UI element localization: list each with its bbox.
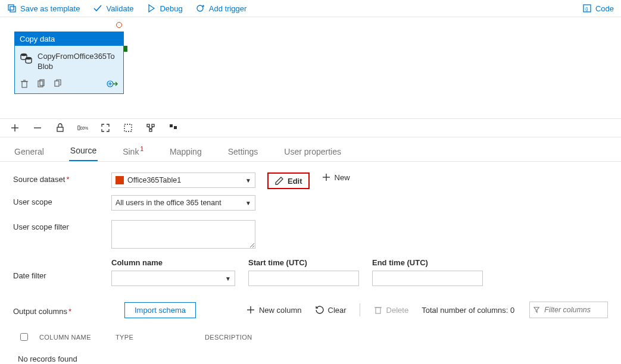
clear-label: Clear bbox=[328, 306, 347, 315]
canvas-toolbar: 00% bbox=[0, 118, 621, 137]
svg-rect-27 bbox=[147, 124, 149, 127]
fullscreen-icon[interactable] bbox=[123, 123, 133, 133]
end-time-sublabel: End time (UTC) bbox=[372, 258, 483, 267]
pipeline-canvas[interactable]: Copy data CopyFromOffice365ToBlob bbox=[0, 17, 621, 118]
chevron-down-icon: ▼ bbox=[245, 200, 251, 206]
output-columns-label: Output columns* bbox=[13, 305, 111, 316]
activity-name: CopyFromOffice365ToBlob bbox=[38, 52, 118, 72]
tab-sink[interactable]: Sink1 bbox=[121, 142, 145, 161]
svg-rect-0 bbox=[8, 5, 14, 10]
chevron-down-icon: ▼ bbox=[225, 275, 231, 282]
start-time-input[interactable] bbox=[248, 271, 359, 286]
delete-label: Delete bbox=[386, 306, 409, 315]
layout-icon[interactable] bbox=[168, 123, 179, 133]
filter-columns-input[interactable] bbox=[543, 305, 604, 315]
office365-icon bbox=[116, 176, 124, 184]
select-all-columns-checkbox[interactable] bbox=[20, 333, 28, 341]
source-dataset-label: Source dataset* bbox=[13, 172, 111, 184]
filter-icon bbox=[533, 306, 539, 313]
activity-output-connector[interactable] bbox=[124, 46, 127, 52]
tab-mapping[interactable]: Mapping bbox=[168, 143, 203, 161]
add-trigger-button[interactable]: Add trigger bbox=[196, 4, 247, 13]
clear-columns-button[interactable]: Clear bbox=[315, 305, 347, 315]
code-button[interactable]: {} Code bbox=[582, 4, 614, 13]
svg-marker-40 bbox=[534, 307, 539, 313]
save-template-icon bbox=[7, 4, 17, 13]
source-form: Source dataset* Office365Table1 ▼ Edit N… bbox=[0, 162, 621, 364]
svg-point-8 bbox=[21, 54, 27, 56]
copy-activity-icon[interactable] bbox=[53, 79, 63, 89]
source-dataset-dropdown[interactable]: Office365Table1 ▼ bbox=[111, 172, 255, 188]
svg-rect-32 bbox=[170, 124, 173, 127]
add-output-icon[interactable] bbox=[107, 79, 118, 89]
chevron-down-icon: ▼ bbox=[245, 177, 251, 184]
toolbar-divider bbox=[360, 303, 360, 316]
validate-label: Validate bbox=[106, 4, 133, 13]
pencil-icon bbox=[274, 176, 284, 186]
clone-activity-icon[interactable] bbox=[36, 79, 46, 89]
col-header-type: TYPE bbox=[116, 334, 205, 341]
code-label: Code bbox=[595, 4, 614, 13]
debug-button[interactable]: Debug bbox=[146, 4, 182, 13]
new-column-button[interactable]: New column bbox=[246, 305, 302, 315]
source-dataset-value: Office365Table1 bbox=[127, 176, 242, 184]
add-icon[interactable] bbox=[10, 123, 20, 133]
svg-rect-38 bbox=[376, 307, 380, 313]
new-label: New bbox=[335, 173, 350, 182]
tab-user-properties[interactable]: User properties bbox=[283, 143, 342, 161]
svg-rect-33 bbox=[174, 126, 177, 129]
check-icon bbox=[93, 4, 102, 13]
import-schema-button[interactable]: Import schema bbox=[124, 302, 196, 318]
svg-rect-29 bbox=[149, 129, 152, 131]
activity-card-copy-data[interactable]: Copy data CopyFromOffice365ToBlob bbox=[14, 32, 124, 94]
user-scope-value: All users in the office 365 tenant bbox=[116, 199, 242, 207]
sink-error-badge: 1 bbox=[140, 146, 143, 152]
validation-indicator-icon bbox=[116, 22, 122, 28]
plus-icon bbox=[322, 172, 331, 182]
svg-rect-23 bbox=[57, 127, 63, 131]
save-template-label: Save as template bbox=[20, 4, 80, 13]
svg-marker-2 bbox=[149, 5, 154, 12]
add-trigger-label: Add trigger bbox=[209, 4, 247, 13]
zoom-100-icon[interactable]: 00% bbox=[77, 123, 88, 133]
edit-dataset-button[interactable]: Edit bbox=[267, 172, 310, 189]
tab-settings[interactable]: Settings bbox=[227, 143, 260, 161]
validate-button[interactable]: Validate bbox=[93, 4, 133, 13]
new-dataset-button[interactable]: New bbox=[322, 172, 350, 182]
delete-activity-icon[interactable] bbox=[20, 79, 29, 89]
total-columns-text: Total number of columns: 0 bbox=[422, 306, 514, 315]
svg-text:{}: {} bbox=[585, 7, 588, 11]
svg-text:00%: 00% bbox=[80, 126, 88, 130]
svg-point-3 bbox=[197, 5, 203, 11]
auto-align-icon[interactable] bbox=[145, 123, 156, 133]
edit-label: Edit bbox=[288, 177, 302, 186]
filter-columns-input-wrap[interactable] bbox=[529, 302, 608, 318]
top-toolbar: Save as template Validate Debug Add trig… bbox=[0, 0, 621, 17]
activity-type-label: Copy data bbox=[15, 32, 123, 46]
tab-general[interactable]: General bbox=[13, 143, 45, 161]
user-scope-dropdown[interactable]: All users in the office 365 tenant ▼ bbox=[111, 195, 255, 211]
remove-icon[interactable] bbox=[32, 123, 43, 133]
date-filter-column-dropdown[interactable]: ▼ bbox=[111, 271, 235, 286]
lock-icon[interactable] bbox=[55, 123, 65, 133]
database-icon bbox=[20, 52, 33, 65]
fit-screen-icon[interactable] bbox=[100, 123, 111, 133]
activity-tabs: General Source Sink1 Mapping Settings Us… bbox=[0, 137, 621, 162]
column-name-sublabel: Column name bbox=[111, 258, 235, 267]
delete-column-button[interactable]: Delete bbox=[373, 305, 409, 315]
debug-label: Debug bbox=[160, 4, 182, 13]
date-filter-label: Date filter bbox=[13, 258, 111, 280]
columns-table-header: COLUMN NAME TYPE DESCRIPTION bbox=[13, 328, 608, 346]
svg-rect-24 bbox=[78, 126, 80, 130]
user-scope-label: User scope bbox=[13, 195, 111, 206]
tab-source[interactable]: Source bbox=[69, 142, 98, 161]
user-scope-filter-input[interactable] bbox=[111, 220, 255, 249]
no-records-message: No records found bbox=[13, 346, 608, 364]
col-header-name: COLUMN NAME bbox=[39, 334, 116, 341]
svg-point-9 bbox=[26, 57, 32, 59]
start-time-sublabel: Start time (UTC) bbox=[248, 258, 359, 267]
svg-rect-1 bbox=[10, 7, 15, 12]
save-as-template-button[interactable]: Save as template bbox=[7, 4, 80, 13]
end-time-input[interactable] bbox=[372, 271, 483, 286]
svg-rect-26 bbox=[124, 124, 132, 131]
